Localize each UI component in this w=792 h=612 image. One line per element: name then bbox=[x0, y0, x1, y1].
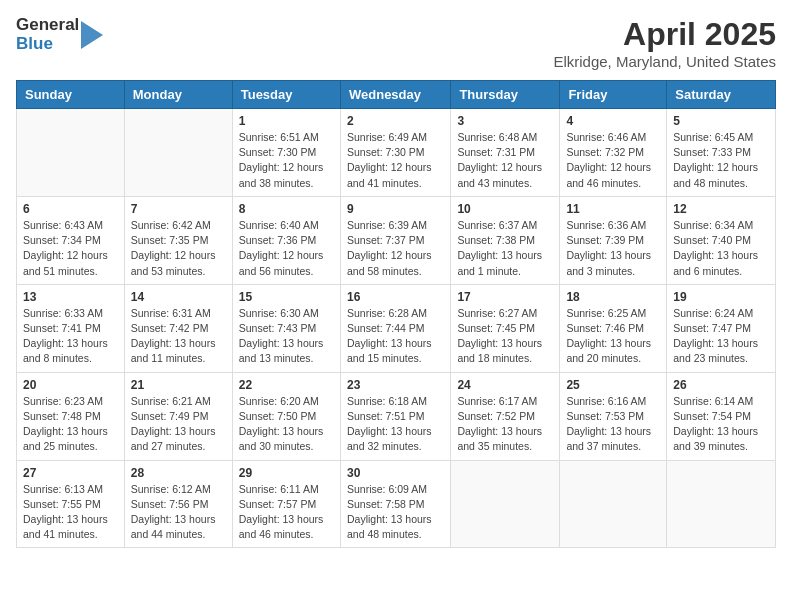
title-area: April 2025 Elkridge, Maryland, United St… bbox=[553, 16, 776, 70]
calendar-cell bbox=[560, 460, 667, 548]
day-info: Sunrise: 6:42 AM Sunset: 7:35 PM Dayligh… bbox=[131, 218, 226, 279]
calendar-cell: 21Sunrise: 6:21 AM Sunset: 7:49 PM Dayli… bbox=[124, 372, 232, 460]
calendar-cell: 13Sunrise: 6:33 AM Sunset: 7:41 PM Dayli… bbox=[17, 284, 125, 372]
weekday-header-row: SundayMondayTuesdayWednesdayThursdayFrid… bbox=[17, 81, 776, 109]
calendar-cell: 1Sunrise: 6:51 AM Sunset: 7:30 PM Daylig… bbox=[232, 109, 340, 197]
day-info: Sunrise: 6:31 AM Sunset: 7:42 PM Dayligh… bbox=[131, 306, 226, 367]
day-number: 7 bbox=[131, 202, 226, 216]
calendar-cell: 20Sunrise: 6:23 AM Sunset: 7:48 PM Dayli… bbox=[17, 372, 125, 460]
day-info: Sunrise: 6:25 AM Sunset: 7:46 PM Dayligh… bbox=[566, 306, 660, 367]
day-number: 10 bbox=[457, 202, 553, 216]
day-info: Sunrise: 6:11 AM Sunset: 7:57 PM Dayligh… bbox=[239, 482, 334, 543]
day-number: 26 bbox=[673, 378, 769, 392]
logo-text-block: General Blue bbox=[16, 16, 79, 53]
calendar-cell: 26Sunrise: 6:14 AM Sunset: 7:54 PM Dayli… bbox=[667, 372, 776, 460]
calendar-cell: 9Sunrise: 6:39 AM Sunset: 7:37 PM Daylig… bbox=[340, 196, 450, 284]
calendar-cell: 24Sunrise: 6:17 AM Sunset: 7:52 PM Dayli… bbox=[451, 372, 560, 460]
day-number: 14 bbox=[131, 290, 226, 304]
day-number: 16 bbox=[347, 290, 444, 304]
day-number: 20 bbox=[23, 378, 118, 392]
day-number: 17 bbox=[457, 290, 553, 304]
day-number: 25 bbox=[566, 378, 660, 392]
day-info: Sunrise: 6:43 AM Sunset: 7:34 PM Dayligh… bbox=[23, 218, 118, 279]
day-info: Sunrise: 6:16 AM Sunset: 7:53 PM Dayligh… bbox=[566, 394, 660, 455]
day-info: Sunrise: 6:34 AM Sunset: 7:40 PM Dayligh… bbox=[673, 218, 769, 279]
day-info: Sunrise: 6:09 AM Sunset: 7:58 PM Dayligh… bbox=[347, 482, 444, 543]
day-info: Sunrise: 6:49 AM Sunset: 7:30 PM Dayligh… bbox=[347, 130, 444, 191]
day-info: Sunrise: 6:14 AM Sunset: 7:54 PM Dayligh… bbox=[673, 394, 769, 455]
day-number: 2 bbox=[347, 114, 444, 128]
weekday-header-thursday: Thursday bbox=[451, 81, 560, 109]
calendar-cell: 19Sunrise: 6:24 AM Sunset: 7:47 PM Dayli… bbox=[667, 284, 776, 372]
day-info: Sunrise: 6:17 AM Sunset: 7:52 PM Dayligh… bbox=[457, 394, 553, 455]
weekday-header-wednesday: Wednesday bbox=[340, 81, 450, 109]
day-number: 29 bbox=[239, 466, 334, 480]
calendar-cell bbox=[667, 460, 776, 548]
day-info: Sunrise: 6:23 AM Sunset: 7:48 PM Dayligh… bbox=[23, 394, 118, 455]
calendar-cell bbox=[124, 109, 232, 197]
day-info: Sunrise: 6:48 AM Sunset: 7:31 PM Dayligh… bbox=[457, 130, 553, 191]
calendar-cell: 29Sunrise: 6:11 AM Sunset: 7:57 PM Dayli… bbox=[232, 460, 340, 548]
day-info: Sunrise: 6:28 AM Sunset: 7:44 PM Dayligh… bbox=[347, 306, 444, 367]
weekday-header-tuesday: Tuesday bbox=[232, 81, 340, 109]
logo: General Blue bbox=[16, 16, 103, 53]
calendar-cell: 15Sunrise: 6:30 AM Sunset: 7:43 PM Dayli… bbox=[232, 284, 340, 372]
day-number: 21 bbox=[131, 378, 226, 392]
calendar-cell: 7Sunrise: 6:42 AM Sunset: 7:35 PM Daylig… bbox=[124, 196, 232, 284]
day-info: Sunrise: 6:13 AM Sunset: 7:55 PM Dayligh… bbox=[23, 482, 118, 543]
calendar-cell bbox=[451, 460, 560, 548]
day-info: Sunrise: 6:18 AM Sunset: 7:51 PM Dayligh… bbox=[347, 394, 444, 455]
calendar-cell: 27Sunrise: 6:13 AM Sunset: 7:55 PM Dayli… bbox=[17, 460, 125, 548]
calendar-cell: 5Sunrise: 6:45 AM Sunset: 7:33 PM Daylig… bbox=[667, 109, 776, 197]
weekday-header-sunday: Sunday bbox=[17, 81, 125, 109]
day-number: 12 bbox=[673, 202, 769, 216]
page-header: General Blue April 2025 Elkridge, Maryla… bbox=[16, 16, 776, 70]
day-number: 4 bbox=[566, 114, 660, 128]
day-info: Sunrise: 6:36 AM Sunset: 7:39 PM Dayligh… bbox=[566, 218, 660, 279]
calendar-cell: 16Sunrise: 6:28 AM Sunset: 7:44 PM Dayli… bbox=[340, 284, 450, 372]
calendar-cell: 25Sunrise: 6:16 AM Sunset: 7:53 PM Dayli… bbox=[560, 372, 667, 460]
logo-container: General Blue bbox=[16, 16, 103, 53]
day-number: 22 bbox=[239, 378, 334, 392]
calendar-cell bbox=[17, 109, 125, 197]
calendar-cell: 4Sunrise: 6:46 AM Sunset: 7:32 PM Daylig… bbox=[560, 109, 667, 197]
day-number: 6 bbox=[23, 202, 118, 216]
day-info: Sunrise: 6:33 AM Sunset: 7:41 PM Dayligh… bbox=[23, 306, 118, 367]
day-info: Sunrise: 6:40 AM Sunset: 7:36 PM Dayligh… bbox=[239, 218, 334, 279]
day-info: Sunrise: 6:20 AM Sunset: 7:50 PM Dayligh… bbox=[239, 394, 334, 455]
calendar-week-row: 6Sunrise: 6:43 AM Sunset: 7:34 PM Daylig… bbox=[17, 196, 776, 284]
day-info: Sunrise: 6:27 AM Sunset: 7:45 PM Dayligh… bbox=[457, 306, 553, 367]
day-number: 15 bbox=[239, 290, 334, 304]
day-number: 19 bbox=[673, 290, 769, 304]
day-number: 24 bbox=[457, 378, 553, 392]
calendar-cell: 30Sunrise: 6:09 AM Sunset: 7:58 PM Dayli… bbox=[340, 460, 450, 548]
logo-general-text: General bbox=[16, 16, 79, 35]
svg-marker-0 bbox=[81, 21, 103, 49]
day-number: 1 bbox=[239, 114, 334, 128]
day-number: 28 bbox=[131, 466, 226, 480]
calendar-cell: 6Sunrise: 6:43 AM Sunset: 7:34 PM Daylig… bbox=[17, 196, 125, 284]
weekday-header-monday: Monday bbox=[124, 81, 232, 109]
location-title: Elkridge, Maryland, United States bbox=[553, 53, 776, 70]
day-number: 5 bbox=[673, 114, 769, 128]
weekday-header-friday: Friday bbox=[560, 81, 667, 109]
day-info: Sunrise: 6:45 AM Sunset: 7:33 PM Dayligh… bbox=[673, 130, 769, 191]
day-number: 23 bbox=[347, 378, 444, 392]
calendar-cell: 14Sunrise: 6:31 AM Sunset: 7:42 PM Dayli… bbox=[124, 284, 232, 372]
calendar-cell: 17Sunrise: 6:27 AM Sunset: 7:45 PM Dayli… bbox=[451, 284, 560, 372]
day-number: 9 bbox=[347, 202, 444, 216]
calendar-cell: 2Sunrise: 6:49 AM Sunset: 7:30 PM Daylig… bbox=[340, 109, 450, 197]
calendar-week-row: 27Sunrise: 6:13 AM Sunset: 7:55 PM Dayli… bbox=[17, 460, 776, 548]
logo-arrow-icon bbox=[81, 21, 103, 49]
day-number: 8 bbox=[239, 202, 334, 216]
day-number: 11 bbox=[566, 202, 660, 216]
day-info: Sunrise: 6:21 AM Sunset: 7:49 PM Dayligh… bbox=[131, 394, 226, 455]
calendar-table: SundayMondayTuesdayWednesdayThursdayFrid… bbox=[16, 80, 776, 548]
day-number: 3 bbox=[457, 114, 553, 128]
day-info: Sunrise: 6:51 AM Sunset: 7:30 PM Dayligh… bbox=[239, 130, 334, 191]
day-number: 30 bbox=[347, 466, 444, 480]
calendar-cell: 10Sunrise: 6:37 AM Sunset: 7:38 PM Dayli… bbox=[451, 196, 560, 284]
day-info: Sunrise: 6:24 AM Sunset: 7:47 PM Dayligh… bbox=[673, 306, 769, 367]
month-title: April 2025 bbox=[553, 16, 776, 53]
day-number: 13 bbox=[23, 290, 118, 304]
